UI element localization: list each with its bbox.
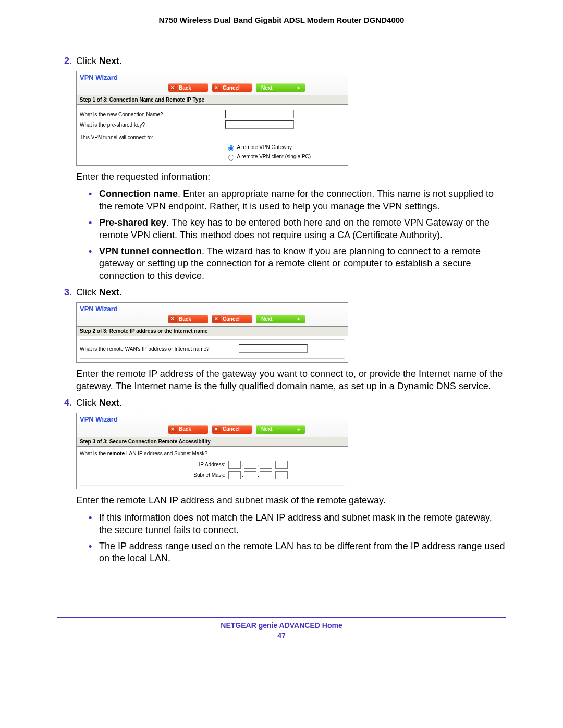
cancel-button[interactable]: ✕Cancel	[212, 83, 252, 92]
wizard-title: VPN Wizard	[80, 73, 345, 81]
step-text-suffix: .	[119, 56, 122, 66]
wizard-step-label: Step 3 of 3: Secure Connection Remote Ac…	[77, 437, 348, 447]
list-item: If this information does not match the L…	[89, 512, 506, 536]
vpn-wizard-step2: VPN Wizard ✕Back ✕Cancel Next▸ Step 2 of…	[76, 302, 348, 363]
subnet-mask-label: Subnet Mask:	[80, 472, 228, 478]
footer-divider	[57, 617, 506, 618]
bullet-list: Connection name. Enter an appropriate na…	[57, 188, 506, 282]
step-number: 4.	[57, 398, 72, 409]
wizard-title: VPN Wizard	[80, 305, 345, 313]
next-button[interactable]: Next▸	[256, 83, 305, 92]
step-2-heading: 2.Click Next.	[57, 56, 506, 67]
close-icon: ✕	[168, 85, 177, 90]
next-button[interactable]: Next▸	[256, 315, 305, 323]
step-number: 3.	[57, 287, 72, 298]
body-text: Enter the remote IP address of the gatew…	[76, 368, 506, 392]
radio-option-gateway[interactable]: A remote VPN Gateway	[225, 143, 345, 152]
doc-header: N750 Wireless Dual Band Gigabit ADSL Mod…	[57, 16, 506, 24]
mask-octet-input[interactable]	[260, 471, 272, 479]
mask-octet-input[interactable]	[244, 471, 256, 479]
list-item: Connection name. Enter an appropriate na…	[89, 188, 506, 213]
list-item: Pre-shared key. The key has to be entere…	[89, 217, 506, 241]
vpn-wizard-step1: VPN Wizard ✕Back ✕Cancel Next▸ Step 1 of…	[76, 71, 348, 166]
close-icon: ✕	[212, 427, 221, 432]
connection-name-input[interactable]	[225, 110, 294, 118]
wizard-title: VPN Wizard	[80, 415, 345, 423]
connect-to-label: This VPN tunnel will connect to:	[80, 134, 225, 140]
radio-gateway-input[interactable]	[228, 145, 234, 151]
bullet-list: If this information does not match the L…	[57, 512, 506, 565]
remote-wan-input[interactable]	[239, 344, 308, 353]
preshared-key-label: What is the pre-shared key?	[80, 122, 225, 128]
next-button[interactable]: Next▸	[256, 425, 305, 434]
radio-option-client[interactable]: A remote VPN client (single PC)	[225, 153, 345, 161]
cancel-button[interactable]: ✕Cancel	[212, 425, 252, 434]
play-icon: ▸	[295, 85, 303, 90]
cancel-button[interactable]: ✕Cancel	[212, 315, 252, 323]
close-icon: ✕	[212, 316, 221, 322]
play-icon: ▸	[295, 316, 303, 322]
wizard-step-label: Step 2 of 3: Remote IP address or the In…	[77, 327, 348, 336]
ip-octet-input[interactable]	[244, 461, 256, 469]
remote-wan-label: What is the remote WAN's IP address or I…	[80, 346, 239, 352]
wizard-step-label: Step 1 of 3: Connection Name and Remote …	[77, 95, 348, 105]
step-text-suffix: .	[119, 398, 122, 408]
ip-address-label: IP Address:	[80, 462, 228, 467]
list-item: The IP address range used on the remote …	[89, 540, 506, 565]
mask-octet-input[interactable]	[228, 471, 241, 479]
preshared-key-input[interactable]	[225, 120, 294, 129]
footer-section-title: NETGEAR genie ADVANCED Home	[57, 621, 506, 630]
step-text-bold: Next	[99, 287, 119, 298]
step-text-prefix: Click	[76, 56, 99, 66]
step-text-suffix: .	[119, 287, 122, 298]
connection-name-label: What is the new Connection Name?	[80, 112, 225, 117]
mask-octet-input[interactable]	[275, 471, 288, 479]
step-text-bold: Next	[99, 398, 119, 408]
body-text: Enter the remote LAN IP address and subn…	[76, 495, 506, 507]
list-item: VPN tunnel connection. The wizard has to…	[89, 245, 506, 282]
ip-octet-input[interactable]	[228, 461, 241, 469]
remote-lan-question: What is the remote LAN IP address and Su…	[80, 451, 345, 456]
play-icon: ▸	[295, 427, 303, 432]
back-button[interactable]: ✕Back	[168, 315, 208, 323]
step-4-heading: 4.Click Next.	[57, 398, 506, 409]
step-text-prefix: Click	[76, 287, 99, 298]
close-icon: ✕	[168, 427, 177, 432]
ip-octet-input[interactable]	[275, 461, 288, 469]
close-icon: ✕	[212, 85, 221, 90]
radio-client-input[interactable]	[228, 155, 234, 161]
back-button[interactable]: ✕Back	[168, 425, 208, 434]
page-number: 47	[57, 632, 506, 640]
step-number: 2.	[57, 56, 72, 67]
step-text-bold: Next	[99, 56, 119, 66]
ip-octet-input[interactable]	[260, 461, 272, 469]
step-3-heading: 3.Click Next.	[57, 287, 506, 298]
back-button[interactable]: ✕Back	[168, 83, 208, 92]
step-text-prefix: Click	[76, 398, 99, 408]
vpn-wizard-step3: VPN Wizard ✕Back ✕Cancel Next▸ Step 3 of…	[76, 413, 348, 489]
close-icon: ✕	[168, 316, 177, 322]
body-text: Enter the requested information:	[76, 171, 506, 183]
